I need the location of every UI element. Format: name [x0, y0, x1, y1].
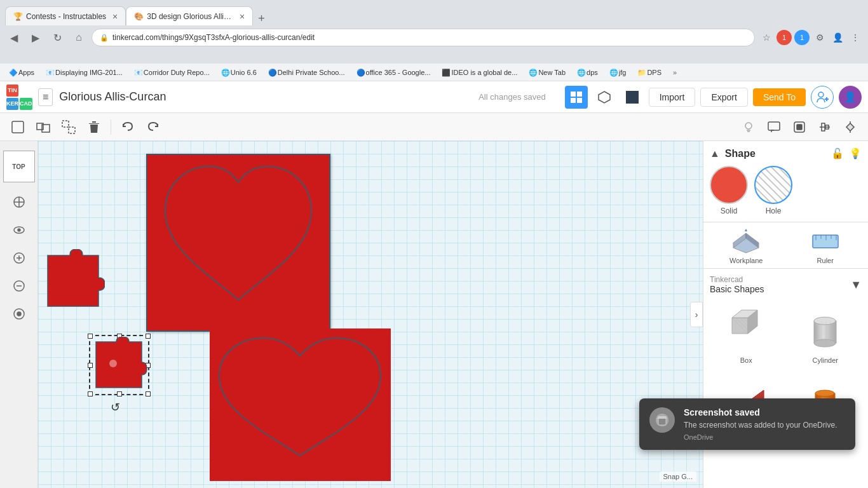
hamburger-button[interactable]: ≡: [38, 88, 53, 106]
solid-shape-option[interactable]: Solid: [710, 166, 748, 215]
bookmark-favicon-delhi: 🔵: [268, 69, 276, 76]
puzzle-piece-top[interactable]: [41, 249, 105, 313]
settings-button[interactable]: ⚙: [812, 30, 827, 45]
address-text: tinkercad.com/things/9XgsqT3sfxA-gloriou…: [112, 33, 315, 42]
canvas-area[interactable]: ↺ Snap G... ›: [38, 141, 703, 488]
logo-blank1: [20, 85, 32, 97]
tab-tinkercad[interactable]: 🎨 3D design Glorious Allis-Curcan ×: [126, 6, 253, 25]
svg-rect-12: [69, 127, 75, 133]
svg-point-13: [745, 123, 752, 129]
hole-shape-option[interactable]: Hole: [754, 166, 792, 215]
zoom-in-button[interactable]: [8, 247, 31, 269]
redo-button[interactable]: [142, 116, 165, 139]
rotation-handle[interactable]: ↺: [111, 400, 120, 414]
send-to-button[interactable]: Send To: [753, 88, 806, 106]
home-button[interactable]: ⌂: [70, 29, 88, 46]
delete-button[interactable]: [83, 116, 105, 139]
svg-rect-11: [62, 121, 69, 127]
panel-lock-button[interactable]: 🔓: [831, 147, 844, 159]
zoom-out-button[interactable]: [8, 274, 31, 297]
more-button[interactable]: ⋮: [848, 30, 863, 45]
light-bulb-button[interactable]: [737, 116, 760, 139]
3d-view-button[interactable]: [593, 86, 616, 109]
export-button[interactable]: Export: [700, 88, 747, 107]
undo-button[interactable]: [116, 116, 139, 139]
tinkercad-header: TIN KER CAD ≡ Glorious Allis-Curcan All …: [0, 81, 868, 113]
svg-point-5: [818, 92, 824, 97]
tab-contests[interactable]: 🏆 Contests - Instructables ×: [5, 6, 126, 25]
new-shape-button[interactable]: [6, 116, 29, 139]
toolbar-row: [0, 113, 868, 141]
library-name: Basic Shapes: [710, 284, 850, 294]
cylinder-label: Cylinder: [813, 356, 838, 364]
bookmark-more[interactable]: »: [669, 67, 681, 78]
bookmark-corridor[interactable]: 📧 Corridor Duty Repo...: [130, 67, 214, 78]
bookmark-office[interactable]: 🔵 office 365 - Google...: [353, 67, 435, 78]
shape-outline-button[interactable]: [788, 116, 811, 139]
bookmark-jfg[interactable]: 🌐 jfg: [606, 67, 630, 78]
svg-point-31: [17, 312, 21, 316]
ungroup-button[interactable]: [57, 116, 80, 139]
add-user-button[interactable]: [811, 86, 834, 109]
address-input[interactable]: 🔒 tinkercad.com/things/9XgsqT3sfxA-glori…: [92, 29, 755, 46]
new-tab-button[interactable]: +: [253, 12, 270, 25]
bookmark-apps[interactable]: 🔷 Apps: [5, 67, 38, 78]
orbit-button[interactable]: [8, 219, 31, 241]
bookmark-label-office: office 365 - Google...: [366, 69, 431, 76]
panel-collapse-arrow[interactable]: ›: [690, 302, 703, 327]
tab-favicon-tinkercad: 🎨: [134, 12, 143, 21]
extensions-button[interactable]: 1: [776, 30, 792, 45]
view-cube[interactable]: TOP: [0, 147, 38, 186]
toast-body: The screenshot was added to your OneDriv…: [684, 420, 845, 431]
tab-bar: 🏆 Contests - Instructables × 🎨 3D design…: [0, 0, 868, 25]
back-button[interactable]: ◀: [5, 29, 23, 46]
cube-box-top[interactable]: TOP: [3, 151, 35, 182]
svg-marker-40: [745, 229, 747, 231]
library-dropdown-button[interactable]: ▼: [850, 278, 862, 292]
color-view-button[interactable]: [621, 86, 644, 109]
heart-shape-bottom[interactable]: [210, 329, 391, 481]
ruler-item[interactable]: Ruler: [789, 229, 862, 264]
shape-card-cylinder[interactable]: Cylinder: [789, 301, 862, 367]
bookmark-delhi[interactable]: 🔵 Delhi Private Schoo...: [264, 67, 349, 78]
user-avatar[interactable]: 👤: [839, 86, 862, 109]
bookmark-img[interactable]: 📧 Displaying IMG-201...: [42, 67, 126, 78]
forward-button[interactable]: ▶: [27, 29, 44, 46]
reload-button[interactable]: ↻: [48, 29, 66, 46]
mirror-button[interactable]: [839, 116, 862, 139]
bookmark-label-newtab: New Tab: [538, 69, 566, 76]
speech-bubble-button[interactable]: [763, 116, 785, 139]
bookmark-favicon-office: 🔵: [356, 69, 364, 76]
panel-help-button[interactable]: 💡: [849, 147, 862, 159]
grid-view-button[interactable]: [565, 86, 588, 109]
toast-notification: Screenshot saved The screenshot was adde…: [639, 398, 855, 450]
home-view-button[interactable]: [8, 191, 31, 214]
header-right: Import Export Send To 👤: [565, 86, 862, 109]
bookmark-button[interactable]: ☆: [759, 30, 774, 45]
workplane-item[interactable]: Workplane: [710, 229, 783, 264]
tab-close-contests[interactable]: ×: [112, 11, 118, 22]
svg-rect-41: [813, 235, 838, 248]
panel-collapse-button[interactable]: ▲: [710, 148, 720, 159]
puzzle-piece-selected[interactable]: [91, 337, 147, 393]
bookmark-dps[interactable]: 🌐 dps: [573, 67, 602, 78]
bookmark-unio[interactable]: 🌐 Unio 6.6: [217, 67, 261, 78]
svg-rect-14: [768, 122, 780, 130]
profile-button[interactable]: 👤: [830, 30, 845, 45]
heart-shape-large[interactable]: [146, 154, 330, 332]
import-button[interactable]: Import: [649, 88, 696, 107]
reset-view-button[interactable]: [8, 302, 31, 325]
bookmark-ideo[interactable]: ⬛ IDEO is a global de...: [438, 67, 521, 78]
bookmark-label-unio: Unio 6.6: [231, 69, 257, 76]
user-button[interactable]: 1: [794, 30, 810, 45]
group-button[interactable]: [32, 116, 55, 139]
bookmark-newtab[interactable]: 🌐 New Tab: [525, 67, 569, 78]
align-button[interactable]: [813, 116, 836, 139]
shape-card-box[interactable]: Box: [710, 301, 783, 367]
bookmark-favicon-img: 📧: [46, 69, 53, 76]
tab-close-tinkercad[interactable]: ×: [240, 11, 245, 22]
shapes-library: Tinkercad Basic Shapes ▼: [703, 269, 868, 488]
bookmark-dps2[interactable]: 📁 DPS: [634, 67, 665, 78]
svg-rect-16: [797, 125, 802, 130]
svg-point-34: [109, 360, 117, 367]
